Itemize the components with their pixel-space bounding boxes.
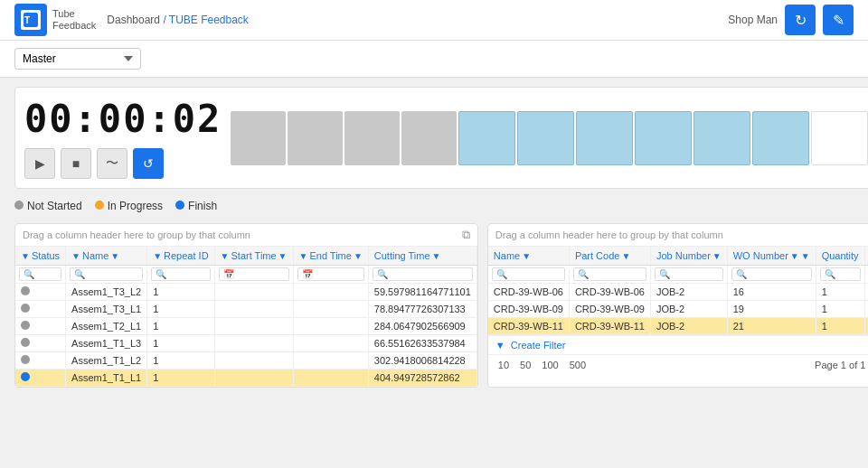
progress-bar <box>231 111 868 165</box>
cell-cutting-time: 302.9418006814228 <box>368 352 476 370</box>
logo-icon: T <box>14 4 47 36</box>
cell-end-time <box>293 284 368 301</box>
cell-end-time <box>293 352 368 370</box>
left-table-header: ▼ Status ▼ Name ▼ ▼ Repeat ID ▼ Start Ti… <box>15 247 476 266</box>
refresh-button[interactable]: ↻ <box>785 5 816 35</box>
per-page-500[interactable]: 500 <box>567 359 589 371</box>
master-select[interactable]: Master Option 1 Option 2 <box>14 48 141 70</box>
cell-part-code: CRD-39-WB-11 <box>569 318 650 335</box>
per-page-50[interactable]: 50 <box>517 359 533 371</box>
timer-display: 00:00:02 <box>24 97 222 141</box>
cell-rname: CRD-39-WB-09 <box>488 301 570 318</box>
cell-end-time <box>293 370 368 387</box>
cell-start-time <box>214 318 293 335</box>
play-button[interactable]: ▶ <box>24 148 55 179</box>
cell-end-time <box>293 301 368 318</box>
progress-bar-light-blue <box>517 111 574 165</box>
cell-name: Assem1_T1_L3 <box>66 335 147 352</box>
breadcrumb-home[interactable]: Dashboard <box>107 14 160 26</box>
progress-bar-filled <box>344 111 400 165</box>
reset-button[interactable]: ↺ <box>133 148 164 179</box>
cell-end-time <box>293 335 368 352</box>
filter-repeat-id[interactable] <box>151 267 210 281</box>
filter-quantity[interactable] <box>820 267 861 281</box>
cell-end-time <box>293 318 368 335</box>
timer-box: 00:00:02 ▶ ■ 〜 ↺ <box>24 97 222 179</box>
col-end-time: ▼ End Time ▼ <box>293 247 368 266</box>
per-page-10[interactable]: 10 <box>495 359 512 371</box>
per-page-100[interactable]: 100 <box>539 359 561 371</box>
shop-man-button[interactable]: Shop Man <box>728 14 778 26</box>
timer-controls: ▶ ■ 〜 ↺ <box>24 148 222 179</box>
right-table-filter-row <box>488 266 868 284</box>
cell-status <box>15 318 66 335</box>
filter-end-time[interactable] <box>297 267 364 281</box>
breadcrumb-current: TUBE Feedback <box>169 14 249 26</box>
table-row[interactable]: CRD-39-WB-06 CRD-39-WB-06 JOB-2 16 1 <box>488 284 868 301</box>
toolbar: Master Option 1 Option 2 <box>0 41 868 78</box>
header: T Tube Feedback Dashboard / TUBE Feedbac… <box>0 0 868 41</box>
progress-bar-filled <box>288 111 343 165</box>
left-table-body: Assem1_T3_L2 1 59.597981164771101 Assem1… <box>15 284 476 387</box>
left-panel: 00:00:02 ▶ ■ 〜 ↺ Not Started In Progress… <box>14 87 868 388</box>
col-wo-number: WO Number ▼ ▼ <box>727 247 816 266</box>
filter-job-number[interactable] <box>655 267 723 281</box>
cell-start-time <box>214 352 293 370</box>
pagination: 10 50 100 500 Page 1 of 1 (3 items) 1 <box>488 354 868 375</box>
legend-dot-finish: Finish <box>175 200 217 212</box>
table-row[interactable]: Assem1_T1_L3 1 66.55162633537984 <box>15 335 476 352</box>
edit-icon: ✎ <box>833 12 844 29</box>
table-row[interactable]: Assem1_T3_L1 1 78.89477726307133 <box>15 301 476 318</box>
filter-cutting-time[interactable] <box>373 267 473 281</box>
table-row[interactable]: Assem1_T1_L2 1 302.9418006814228 <box>15 352 476 370</box>
cell-quantity: 1 <box>816 284 864 301</box>
create-filter[interactable]: ▼ Create Filter <box>488 335 868 354</box>
cell-part-image <box>864 284 868 301</box>
cell-job-number: JOB-2 <box>650 318 727 335</box>
cell-rname: CRD-39-WB-11 <box>488 318 570 335</box>
stop-button[interactable]: ■ <box>61 148 91 179</box>
left-table-drag-hint: Drag a column header here to group by th… <box>15 224 477 247</box>
wave-button[interactable]: 〜 <box>97 148 127 179</box>
filter-start-time[interactable] <box>219 267 289 281</box>
edit-button[interactable]: ✎ <box>823 5 854 35</box>
filter-name[interactable] <box>70 267 143 281</box>
table-row[interactable]: CRD-39-WB-11 CRD-39-WB-11 JOB-2 21 1 <box>488 318 868 335</box>
table-row[interactable]: Assem1_T1_L1 1 404.949728572862 <box>15 370 476 387</box>
progress-bar-light-blue <box>576 111 633 165</box>
right-table-drag-hint: Drag a column header here to group by th… <box>488 224 868 247</box>
legend-dot-not-started: Not Started <box>14 200 82 212</box>
cell-part-code: CRD-39-WB-09 <box>569 301 650 318</box>
cell-part-image <box>864 318 868 335</box>
cell-part-code: CRD-39-WB-06 <box>569 284 650 301</box>
col-name: ▼ Name ▼ <box>66 247 147 266</box>
cell-wo-number: 16 <box>727 284 816 301</box>
table-row[interactable]: Assem1_T3_L2 1 59.597981164771101 <box>15 284 476 301</box>
filter-status[interactable] <box>19 267 61 281</box>
cell-start-time <box>214 301 293 318</box>
timer-area: 00:00:02 ▶ ■ 〜 ↺ <box>14 87 868 189</box>
filter-wo-number[interactable] <box>731 267 812 281</box>
left-table: Drag a column header here to group by th… <box>14 223 478 388</box>
cell-name: Assem1_T3_L1 <box>66 301 147 318</box>
cell-status <box>15 352 66 370</box>
page-info: Page 1 of 1 (3 items) <box>815 360 868 370</box>
cell-repeat-id: 1 <box>147 301 214 318</box>
cell-wo-number: 19 <box>727 301 816 318</box>
cell-name: Assem1_T3_L2 <box>66 284 147 301</box>
table-row[interactable]: Assem1_T2_L1 1 284.0647902566909 <box>15 318 476 335</box>
cell-status <box>15 284 66 301</box>
cell-quantity: 1 <box>816 301 864 318</box>
table-row[interactable]: CRD-39-WB-09 CRD-39-WB-09 JOB-2 19 1 <box>488 301 868 318</box>
filter-rname[interactable] <box>492 267 565 281</box>
col-cutting-time: Cutting Time ▼ <box>368 247 476 266</box>
legend: Not Started In Progress Finish <box>14 196 868 216</box>
cell-cutting-time: 66.55162633537984 <box>368 335 476 352</box>
progress-bar-empty <box>811 111 868 165</box>
left-table-copy-icon[interactable]: ⧉ <box>462 228 470 242</box>
header-right: Shop Man Update ↻ ✎ <box>728 5 854 35</box>
left-data-table: ▼ Status ▼ Name ▼ ▼ Repeat ID ▼ Start Ti… <box>15 247 477 387</box>
col-quantity: Quantity <box>816 247 864 266</box>
filter-part-code[interactable] <box>573 267 646 281</box>
right-table-header: Name ▼ Part Code ▼ Job Number ▼ WO Numbe… <box>488 247 868 266</box>
